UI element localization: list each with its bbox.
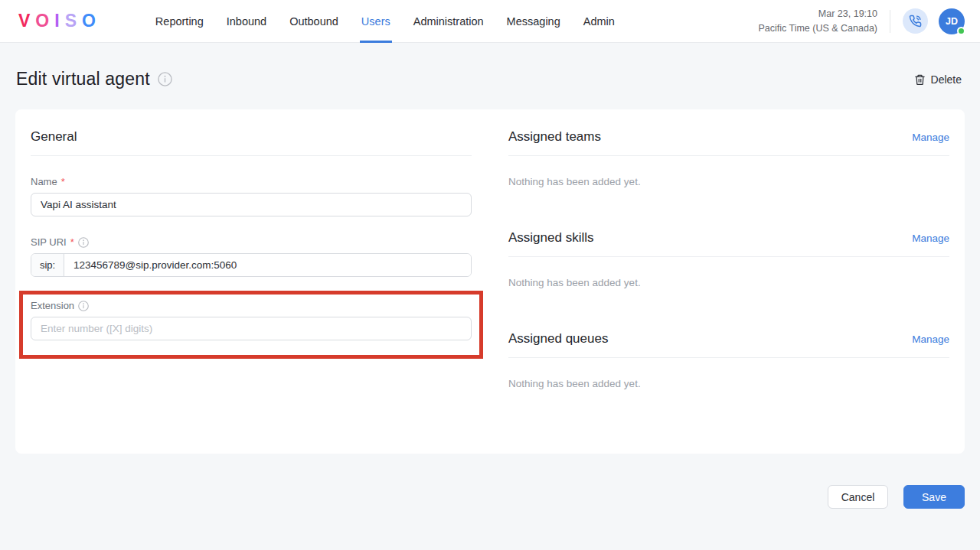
assigned-teams-section: Assigned teams Manage Nothing has been a… — [508, 129, 949, 187]
assigned-skills-title: Assigned skills — [508, 230, 594, 246]
sip-uri-info-icon[interactable] — [78, 237, 89, 248]
cancel-button[interactable]: Cancel — [828, 485, 888, 509]
logo-letter: S — [65, 11, 82, 31]
datetime-timezone: Pacific Time (US & Canada) — [758, 21, 877, 35]
logo-letter: V — [18, 11, 35, 31]
sip-uri-label-text: SIP URI — [31, 236, 67, 248]
sip-prefix: sip: — [31, 254, 64, 276]
skills-empty-text: Nothing has been added yet. — [508, 277, 949, 288]
extension-highlight-annotation: Extension — [19, 291, 483, 359]
user-avatar[interactable]: JD — [939, 8, 965, 34]
footer-actions: Cancel Save — [0, 454, 980, 509]
page-title-info-icon[interactable] — [158, 72, 172, 86]
name-field-label: Name * — [31, 176, 472, 187]
assignments-column: Assigned teams Manage Nothing has been a… — [508, 129, 949, 432]
extension-field-group: Extension — [31, 297, 472, 340]
assigned-skills-section: Assigned skills Manage Nothing has been … — [508, 230, 949, 288]
nav-item-messaging[interactable]: Messaging — [495, 0, 572, 43]
sip-uri-input-group: sip: — [31, 253, 472, 277]
delete-button-label: Delete — [931, 73, 962, 86]
extension-input[interactable] — [31, 317, 472, 340]
page-header: Edit virtual agent Delete — [0, 43, 980, 109]
sip-uri-input[interactable] — [64, 254, 471, 276]
top-navigation-bar: V O I S O Reporting Inbound Outbound Use… — [0, 0, 980, 43]
nav-item-outbound[interactable]: Outbound — [278, 0, 350, 43]
extension-field-label: Extension — [31, 300, 472, 311]
extension-info-icon[interactable] — [78, 301, 89, 311]
edit-agent-card: General Name * SIP URI * — [15, 109, 965, 454]
nav-item-users[interactable]: Users — [350, 0, 402, 43]
online-status-dot — [957, 27, 965, 35]
manage-teams-link[interactable]: Manage — [912, 132, 949, 143]
logo-letter: O — [35, 11, 54, 31]
softphone-button[interactable] — [903, 8, 928, 34]
nav-item-admin[interactable]: Admin — [572, 0, 626, 43]
page-title: Edit virtual agent — [16, 69, 150, 89]
topbar-right: Mar 23, 19:10 Pacific Time (US & Canada)… — [758, 7, 965, 34]
logo-letter: O — [82, 11, 101, 31]
trash-icon — [914, 73, 926, 86]
datetime-date: Mar 23, 19:10 — [758, 7, 877, 21]
nav-item-reporting[interactable]: Reporting — [144, 0, 215, 43]
avatar-initials: JD — [946, 16, 958, 27]
general-section: General Name * SIP URI * — [31, 129, 472, 432]
phone-icon — [909, 15, 922, 28]
name-label-text: Name — [31, 176, 57, 187]
assigned-queues-section: Assigned queues Manage Nothing has been … — [508, 331, 949, 389]
teams-empty-text: Nothing has been added yet. — [508, 176, 949, 187]
name-field-group: Name * — [31, 176, 472, 216]
nav-item-administration[interactable]: Administration — [402, 0, 495, 43]
topbar-divider — [890, 10, 890, 33]
manage-skills-link[interactable]: Manage — [912, 233, 949, 244]
section-divider — [31, 155, 472, 156]
required-asterisk: * — [61, 176, 65, 187]
general-section-title: General — [31, 129, 77, 145]
section-divider — [508, 256, 949, 257]
manage-queues-link[interactable]: Manage — [912, 334, 949, 345]
voiso-logo[interactable]: V O I S O — [18, 11, 101, 31]
section-divider — [508, 357, 949, 358]
name-input[interactable] — [31, 193, 472, 216]
queues-empty-text: Nothing has been added yet. — [508, 378, 949, 389]
sip-uri-field-label: SIP URI * — [31, 236, 472, 248]
save-button[interactable]: Save — [903, 485, 965, 509]
extension-label-text: Extension — [31, 300, 74, 311]
sip-uri-field-group: SIP URI * sip: — [31, 236, 472, 277]
assigned-teams-title: Assigned teams — [508, 129, 601, 145]
section-divider — [508, 155, 949, 156]
required-asterisk: * — [70, 236, 74, 248]
nav-item-inbound[interactable]: Inbound — [215, 0, 278, 43]
delete-button[interactable]: Delete — [914, 73, 962, 86]
main-nav: Reporting Inbound Outbound Users Adminis… — [144, 0, 626, 43]
logo-letter: I — [54, 11, 64, 31]
assigned-queues-title: Assigned queues — [508, 331, 608, 347]
datetime-display: Mar 23, 19:10 Pacific Time (US & Canada) — [758, 7, 877, 34]
